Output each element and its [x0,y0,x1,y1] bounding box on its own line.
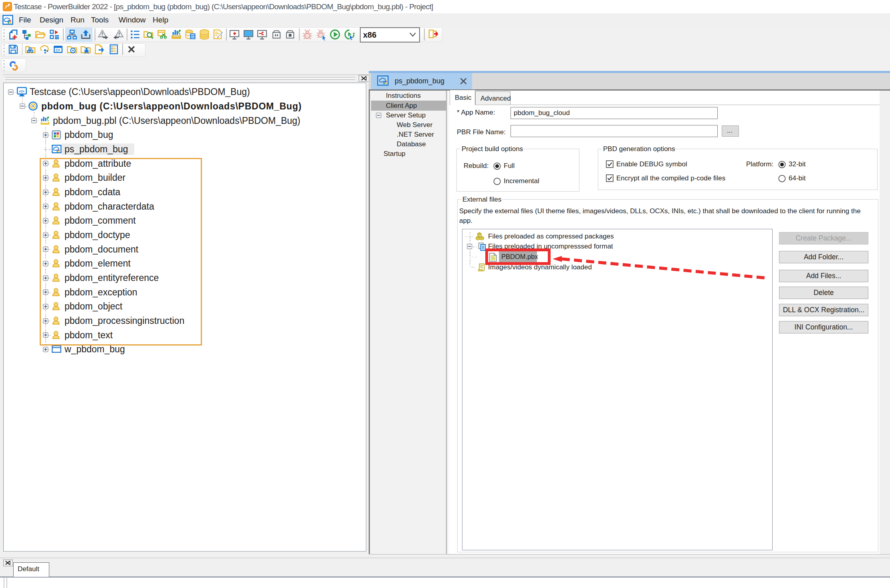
svg-text:C#: C# [56,48,60,52]
svg-text:</>: </> [19,89,24,93]
